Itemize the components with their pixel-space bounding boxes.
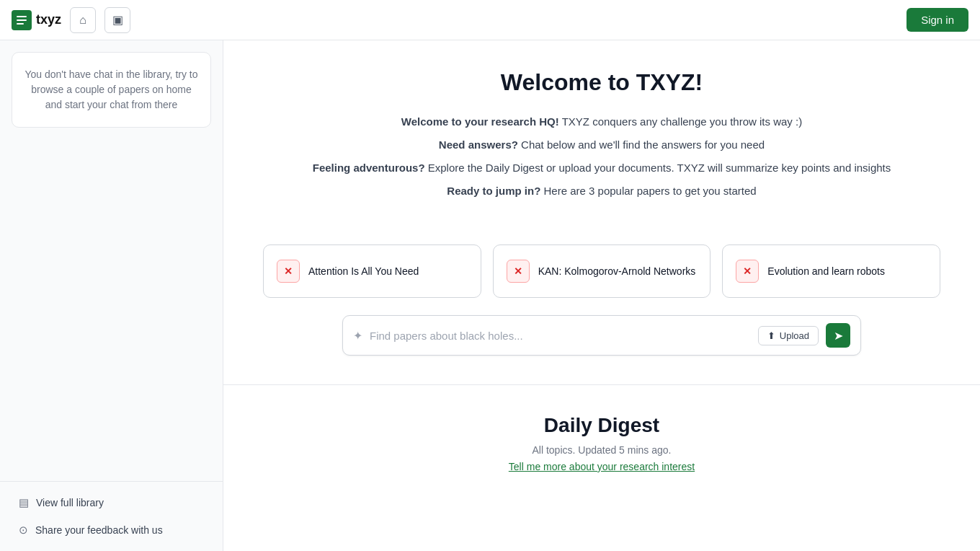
search-section: ✦ ⬆ Upload ➤ [313, 298, 890, 356]
upload-icon: ⬆ [767, 330, 775, 341]
daily-digest-section: Daily Digest All topics. Updated 5 mins … [223, 384, 980, 473]
paper-title-3: Evolution and learn robots [767, 265, 885, 277]
welcome-title: Welcome to TXYZ! [306, 69, 897, 96]
logo[interactable]: txyz [12, 10, 61, 30]
empty-chat-message: You don't have chat in the library, try … [12, 52, 211, 128]
welcome-line-4: Ready to jump in? Here are 3 popular pap… [306, 182, 897, 200]
sidebar-top: You don't have chat in the library, try … [0, 40, 223, 481]
welcome-line-4-bold: Ready to jump in? [447, 185, 540, 197]
welcome-line-3-bold: Feeling adventurous? [313, 162, 425, 174]
search-bar-icon: ✦ [353, 329, 362, 343]
view-library-label: View full library [36, 497, 104, 508]
sidebar-icon: ▣ [112, 13, 123, 27]
welcome-section: Welcome to TXYZ! Welcome to your researc… [277, 40, 926, 227]
library-icon: ▤ [19, 496, 29, 509]
home-icon: ⌂ [79, 14, 86, 27]
welcome-line-3: Feeling adventurous? Explore the Daily D… [306, 159, 897, 177]
share-feedback-label: Share your feedback with us [35, 524, 163, 536]
paper-card-3[interactable]: ✕ Evolution and learn robots [722, 244, 940, 298]
daily-digest-title: Daily Digest [252, 414, 951, 437]
sidebar-toggle-button[interactable]: ▣ [104, 7, 130, 33]
welcome-line-3-rest: Explore the Daily Digest or upload your … [428, 162, 891, 174]
sidebar-item-share-feedback[interactable]: ⊙ Share your feedback with us [12, 518, 211, 542]
search-bar: ✦ ⬆ Upload ➤ [342, 315, 861, 356]
sidebar: You don't have chat in the library, try … [0, 40, 223, 551]
paper-title-1: Attention Is All You Need [308, 265, 419, 277]
logo-icon [12, 10, 32, 30]
search-input[interactable] [370, 330, 751, 342]
sidebar-bottom: ▤ View full library ⊙ Share your feedbac… [0, 481, 223, 551]
upload-label: Upload [780, 330, 809, 341]
paper-icon-3: ✕ [736, 260, 759, 283]
body: You don't have chat in the library, try … [0, 40, 980, 551]
welcome-line-1-rest: TXYZ conquers any challenge you throw it… [562, 115, 803, 128]
send-icon: ➤ [834, 329, 843, 343]
home-button[interactable]: ⌂ [70, 7, 96, 33]
feedback-icon: ⊙ [19, 524, 28, 537]
upload-button[interactable]: ⬆ Upload [758, 326, 819, 345]
sign-in-button[interactable]: Sign in [906, 8, 968, 32]
daily-digest-link[interactable]: Tell me more about your research interes… [509, 461, 695, 472]
papers-row: ✕ Attention Is All You Need ✕ KAN: Kolmo… [234, 244, 969, 298]
paper-card-1[interactable]: ✕ Attention Is All You Need [263, 244, 481, 298]
sidebar-item-view-library[interactable]: ▤ View full library [12, 490, 211, 515]
paper-icon-2: ✕ [507, 260, 530, 283]
daily-digest-subtitle: All topics. Updated 5 mins ago. [252, 444, 951, 456]
paper-title-2: KAN: Kolmogorov-Arnold Networks [538, 265, 696, 277]
welcome-line-4-rest: Here are 3 popular papers to get you sta… [544, 185, 757, 197]
send-button[interactable]: ➤ [826, 323, 850, 348]
logo-text: txyz [36, 12, 61, 27]
welcome-line-1-bold: Welcome to your research HQ! [401, 115, 559, 128]
paper-card-2[interactable]: ✕ KAN: Kolmogorov-Arnold Networks [493, 244, 711, 298]
welcome-line-2-bold: Need answers? [439, 138, 518, 151]
welcome-line-1: Welcome to your research HQ! TXYZ conque… [306, 113, 897, 131]
welcome-line-2: Need answers? Chat below and we'll find … [306, 136, 897, 154]
main-content: Welcome to TXYZ! Welcome to your researc… [223, 40, 980, 551]
welcome-line-2-rest: Chat below and we'll find the answers fo… [521, 138, 765, 151]
paper-icon-1: ✕ [277, 260, 300, 283]
header-left: txyz ⌂ ▣ [12, 7, 130, 33]
header: txyz ⌂ ▣ Sign in [0, 0, 980, 40]
